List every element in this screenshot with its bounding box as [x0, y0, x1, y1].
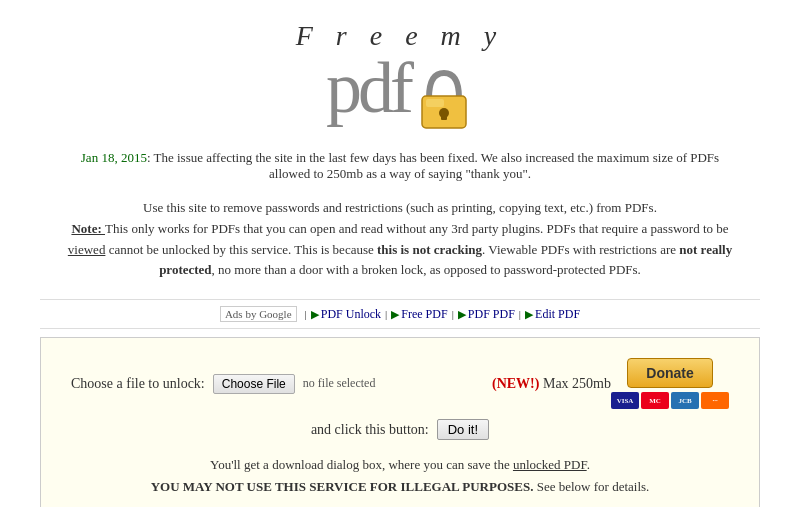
new-badge: (NEW!) [492, 376, 539, 391]
donate-button[interactable]: Donate [627, 358, 712, 388]
ad-label-3: PDF PDF [468, 307, 515, 322]
ad-label-2: Free PDF [401, 307, 447, 322]
result-text: You'll get a download dialog box, where … [71, 454, 729, 476]
svg-rect-3 [441, 113, 447, 120]
note-end: . Viewable PDFs with restrictions are [482, 242, 679, 257]
ad-label-4: Edit PDF [535, 307, 580, 322]
warning-secondary: See below for details. [533, 479, 649, 494]
discover-icon: ··· [701, 392, 729, 409]
result-period: . [587, 457, 590, 472]
main-box-row2: and click this button: Do it! [71, 419, 729, 440]
news-text: : The issue affecting the site in the la… [147, 150, 719, 181]
pdf-text: pdf [326, 52, 410, 124]
ad-link-4[interactable]: ▶ Edit PDF [525, 307, 580, 322]
lock-icon [414, 63, 474, 133]
main-box: Choose a file to unlock: Choose File no … [40, 337, 760, 507]
warning-text: YOU MAY NOT USE THIS SERVICE FOR ILLEGAL… [71, 476, 729, 498]
viewed-text: viewed [68, 242, 106, 257]
note-end2: , no more than a door with a broken lock… [212, 262, 641, 277]
mastercard-icon: MC [641, 392, 669, 409]
ad-link-1[interactable]: ▶ PDF Unlock [311, 307, 381, 322]
unlocked-pdf-text: unlocked PDF [513, 457, 587, 472]
ad-divider1: | [305, 308, 307, 320]
desc-note: Note: This only works for PDFs that you … [60, 219, 740, 281]
donate-section: Donate VISA MC JCB ··· [611, 358, 729, 409]
news-date-link[interactable]: Jan 18, 2015 [81, 150, 147, 165]
page-header: F r e e m y pdf [0, 0, 800, 144]
note-mid: cannot be unlocked by this service. This… [105, 242, 377, 257]
ads-by-google-label: Ads by Google [220, 306, 297, 322]
choose-file-button[interactable]: Choose File [213, 374, 295, 394]
desc-line1: Use this site to remove passwords and re… [60, 198, 740, 219]
arrow-icon-4: ▶ [525, 308, 533, 321]
warning-main: YOU MAY NOT USE THIS SERVICE FOR ILLEGAL… [151, 479, 534, 494]
ad-divider4: | [519, 308, 521, 320]
visa-icon: VISA [611, 392, 639, 409]
main-box-row3: You'll get a download dialog box, where … [71, 454, 729, 498]
main-box-row1: Choose a file to unlock: Choose File no … [71, 358, 729, 409]
ad-divider3: | [452, 308, 454, 320]
max-size-text: Max 250mb [543, 376, 611, 391]
new-max-size: (NEW!) Max 250mb [492, 376, 611, 392]
choose-label: Choose a file to unlock: [71, 376, 205, 392]
arrow-icon-2: ▶ [391, 308, 399, 321]
click-label: and click this button: [311, 422, 429, 438]
ad-label-1: PDF Unlock [321, 307, 381, 322]
not-cracking-text: this is not cracking [377, 242, 482, 257]
news-banner: Jan 18, 2015: The issue affecting the si… [0, 144, 800, 188]
arrow-icon-3: ▶ [458, 308, 466, 321]
payment-icons: VISA MC JCB ··· [611, 392, 729, 409]
amex-icon: JCB [671, 392, 699, 409]
pdf-logo: pdf [0, 52, 800, 124]
note-body: This only works for PDFs that you can op… [105, 221, 729, 236]
file-choose-area: Choose a file to unlock: Choose File no … [71, 374, 492, 394]
ad-link-2[interactable]: ▶ Free PDF [391, 307, 447, 322]
ad-link-3[interactable]: ▶ PDF PDF [458, 307, 515, 322]
ad-bar: Ads by Google | ▶ PDF Unlock | ▶ Free PD… [40, 299, 760, 329]
svg-rect-1 [426, 99, 444, 107]
note-label: Note: [71, 221, 105, 236]
arrow-icon-1: ▶ [311, 308, 319, 321]
do-it-button[interactable]: Do it! [437, 419, 489, 440]
description-block: Use this site to remove passwords and re… [0, 188, 800, 291]
ad-divider2: | [385, 308, 387, 320]
no-file-text: no file selected [303, 376, 376, 391]
result-line1: You'll get a download dialog box, where … [210, 457, 510, 472]
